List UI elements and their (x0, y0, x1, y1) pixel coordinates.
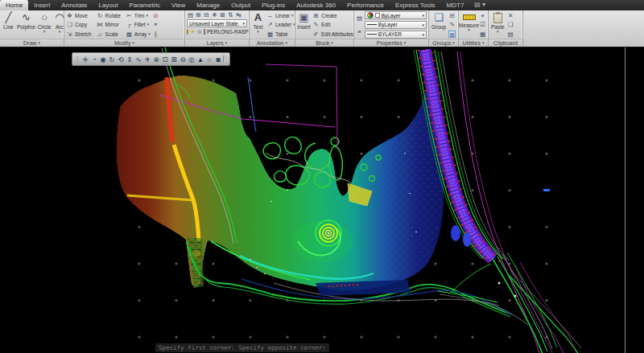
swivel-icon[interactable]: ⟲ (117, 55, 125, 64)
panel-caption-draw[interactable]: Draw▾ (0, 39, 64, 47)
paste-button[interactable]: Paste ▾ (490, 11, 506, 39)
explode-icon[interactable]: ✶ (152, 21, 159, 28)
measure-button[interactable]: Measure ▾ (460, 11, 477, 39)
text-button[interactable]: A Text ▾ (251, 11, 265, 39)
toolbar-grip[interactable]: ⋮ (74, 54, 80, 64)
bullseye-contours[interactable] (316, 220, 341, 246)
tab-autodesk-360[interactable]: Autodesk 360 (291, 0, 341, 10)
model-space[interactable] (0, 47, 644, 353)
offset-icon[interactable]: ∥ (152, 31, 159, 38)
block-create-button[interactable]: ⊞Create (312, 12, 353, 19)
adjust-distance-icon[interactable]: ⇕ (126, 55, 134, 64)
tab-plug-ins[interactable]: Plug-ins (256, 0, 291, 10)
camera-icon[interactable]: ◙ (214, 55, 222, 64)
ribbon-display-icon[interactable]: ▤ ▾ (474, 0, 485, 10)
tab-insert[interactable]: Insert (28, 0, 56, 10)
walk-icon[interactable]: ∿ (134, 55, 142, 64)
tab-layout[interactable]: Layout (93, 0, 123, 10)
tab-home[interactable]: Home (0, 0, 28, 10)
cut-icon[interactable]: ✕ (507, 12, 514, 19)
match-properties-icon[interactable]: ≡ (356, 28, 363, 35)
circle-button[interactable]: ○Circle▾ (37, 11, 52, 39)
panel-caption-properties[interactable]: Properties▾ (354, 39, 428, 47)
show-motion-icon[interactable]: ▲ (196, 55, 204, 64)
quick-calc-icon[interactable]: ▦ (479, 31, 486, 38)
layer-states-icon[interactable]: ⊞ (195, 11, 202, 18)
properties-palette-icon[interactable]: ▤ (356, 14, 363, 22)
orbit-icon[interactable]: ◔ (90, 55, 98, 64)
ungroup-icon[interactable]: ⊟ (448, 12, 456, 19)
panel-caption-groups[interactable]: Groups▾ (429, 39, 458, 47)
tab-performance[interactable]: Performance (341, 0, 390, 10)
quick-select-icon[interactable]: ☑ (479, 21, 486, 28)
tab-mdt7[interactable]: MDT7 (441, 0, 470, 10)
scale-button[interactable]: ▱Scale (97, 30, 121, 39)
match-layer-icon[interactable]: ↹ (235, 11, 242, 18)
tab-output[interactable]: Output (225, 0, 256, 10)
lock-icon[interactable]: ⊗ (197, 28, 202, 35)
fillet-button[interactable]: ╭Fillet▾ (126, 20, 151, 29)
layer-off-icon[interactable]: ⊠ (219, 11, 226, 18)
zoom-previous-icon[interactable]: ⊖ (179, 55, 187, 64)
rotate-button[interactable]: ↻Rotate (97, 11, 121, 20)
zoom-window-icon[interactable]: ⊡ (161, 55, 169, 64)
fly-icon[interactable]: ✈ (143, 55, 151, 64)
pan-icon[interactable]: ✛ (81, 55, 89, 64)
panel-caption-utilities[interactable]: Utilities▾ (459, 39, 488, 47)
edit-attributes-button[interactable]: ✐Edit Attributes▾ (312, 31, 353, 38)
layer-properties-icon[interactable]: ▤ (187, 11, 194, 18)
named-views-icon[interactable]: ⌂ (205, 55, 213, 64)
zoom-extents-icon[interactable]: ⊠ (170, 55, 178, 64)
tab-express-tools[interactable]: Express Tools (390, 0, 441, 10)
sun-icon[interactable]: ☀ (190, 28, 196, 35)
blue-survey-line[interactable] (248, 77, 256, 132)
tab-annotate[interactable]: Annotate (56, 0, 93, 10)
block-edit-button[interactable]: ✎Edit (312, 21, 353, 28)
navigation-toolbar[interactable]: ⋮ ✛◔◉↻⟲⇕∿✈⊕⊡⊠⊖◎▲⌂◙ (72, 52, 230, 66)
group-button[interactable]: ❏ Group (431, 11, 447, 39)
linetype-dropdown[interactable]: BYLAYER ▾ (365, 31, 427, 39)
paste-special-icon[interactable]: ▤ (507, 31, 514, 38)
move-button[interactable]: ✥Move (66, 11, 92, 20)
group-selection-on-icon[interactable]: ⊞ (448, 31, 456, 38)
panel-caption-layers[interactable]: Layers▾ (185, 39, 249, 47)
object-color-dropdown[interactable]: ByLayer ▾ (365, 11, 427, 19)
panel-caption-modify[interactable]: Modify▾ (64, 39, 184, 47)
mirror-button[interactable]: ⋈Mirror (97, 20, 121, 29)
copy-clip-icon[interactable]: ❏ (507, 21, 514, 28)
erase-icon[interactable]: ⊘ (152, 12, 159, 19)
layer-freeze-icon[interactable]: ❄ (211, 11, 218, 18)
panel-caption-annotation[interactable]: Annotation▾ (250, 39, 295, 47)
array-button[interactable]: ▦Array▾ (126, 30, 151, 39)
leader-button[interactable]: ↗Leader▾ (266, 21, 295, 28)
copy-button[interactable]: ❏Copy (66, 20, 92, 29)
continuous-orbit-icon[interactable]: ↻ (108, 55, 116, 64)
current-layer-name[interactable]: PERLONG-RASPRV (207, 28, 249, 35)
layer-on-icon[interactable] (187, 29, 188, 35)
blue-station-marker[interactable] (543, 189, 550, 191)
tab-parametric[interactable]: Parametric (123, 0, 166, 10)
stretch-button[interactable]: ⇲Stretch (66, 30, 92, 39)
group-edit-icon[interactable]: ✎ (448, 21, 456, 28)
tab-view[interactable]: View (166, 0, 191, 10)
steering-wheel-icon[interactable]: ◎ (188, 55, 196, 64)
free-orbit-icon[interactable]: ◉ (99, 55, 107, 64)
make-current-icon[interactable]: ⇅ (227, 11, 234, 18)
tin-surface[interactable] (117, 70, 444, 290)
panel-caption-block[interactable]: Block▾ (295, 39, 353, 47)
layer-state-dropdown[interactable]: Unsaved Layer State▾ (187, 19, 247, 27)
drawing-canvas[interactable]: ⋮ ✛◔◉↻⟲⇕∿✈⊕⊡⊠⊖◎▲⌂◙ Specify first corner:… (0, 47, 644, 353)
insert-block-button[interactable]: ▣ Insert (297, 11, 311, 39)
zoom-realtime-icon[interactable]: ⊕ (152, 55, 160, 64)
id-point-icon[interactable]: ⌖ (479, 12, 486, 19)
line-button[interactable]: ╱Line (2, 11, 15, 39)
polyline-button[interactable]: ∿Polyline (16, 11, 36, 39)
trim-button[interactable]: ✂Trim▾ (126, 11, 151, 20)
arc-button[interactable]: ◠Arc▾ (52, 11, 64, 39)
lineweight-dropdown[interactable]: ByLayer ▾ (365, 21, 427, 29)
table-button[interactable]: ▦Table (266, 31, 295, 38)
tab-manage[interactable]: Manage (191, 0, 225, 10)
layer-color-swatch[interactable] (204, 29, 205, 35)
linear-dimension-button[interactable]: ↔Linear▾ (266, 12, 295, 19)
layer-isolate-icon[interactable]: ⊟ (203, 11, 210, 18)
